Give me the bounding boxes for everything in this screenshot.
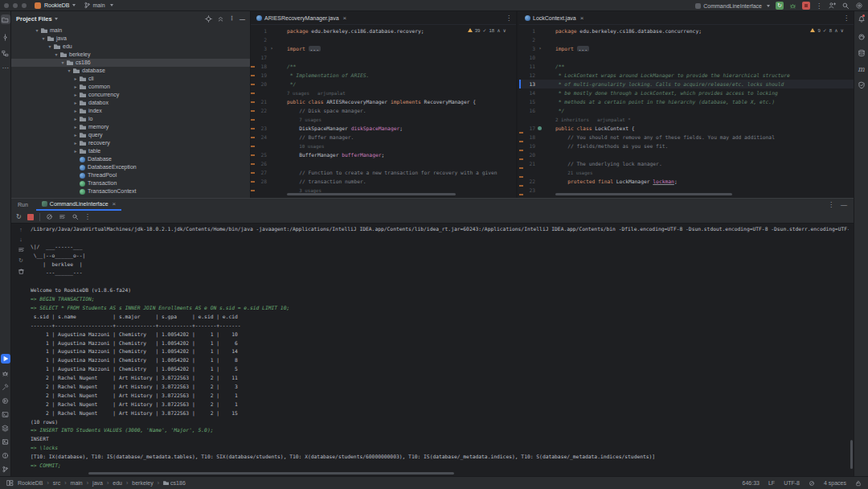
- prev-problem-icon[interactable]: ∧: [497, 27, 500, 33]
- inlay-line[interactable]: 10 usages: [251, 142, 516, 150]
- code-line[interactable]: 22 // Disk space manager.: [251, 106, 516, 115]
- code-line[interactable]: 17: [251, 53, 516, 62]
- inlay-line[interactable]: 7 usagesarjunpalat: [251, 88, 516, 97]
- chevron-icon[interactable]: ▾: [34, 27, 40, 35]
- line-separator[interactable]: LF: [768, 480, 775, 486]
- code-with-me-icon[interactable]: [828, 2, 836, 10]
- tree-item-index[interactable]: ▸index: [11, 107, 250, 115]
- chevron-icon[interactable]: ▸: [72, 83, 79, 91]
- tree-item-database[interactable]: ▾database: [11, 67, 250, 75]
- run-tab-commandlineinterface[interactable]: CommandLineInterface ×: [36, 199, 121, 211]
- gradle-toolwindow-button[interactable]: [857, 32, 866, 42]
- error-stripe[interactable]: [519, 132, 523, 198]
- layout-settings-icon[interactable]: [6, 479, 14, 487]
- code-line[interactable]: 19 * Implementation of ARIES.: [251, 71, 516, 80]
- code-line[interactable]: 20: [519, 150, 854, 159]
- caret-position[interactable]: 646:33: [743, 480, 760, 486]
- database-toolwindow-button[interactable]: [1, 423, 10, 433]
- tree-item-transactioncontext[interactable]: TransactionContext: [11, 187, 250, 195]
- code-line[interactable]: 23 DiskSpaceManager diskSpaceManager;: [251, 124, 516, 133]
- code-line[interactable]: 21 // The underlying lock manager.: [519, 159, 854, 168]
- soft-wrap-icon[interactable]: [18, 246, 25, 253]
- error-stripe[interactable]: [251, 66, 255, 198]
- tree-item-database[interactable]: Database: [11, 155, 250, 163]
- code-line[interactable]: 1package edu.berkeley.cs186.database.con…: [519, 27, 854, 35]
- chevron-icon[interactable]: ▸: [72, 99, 79, 107]
- tree-item-cli[interactable]: ▸cli: [11, 75, 250, 83]
- prev-problem-icon[interactable]: ∧: [834, 27, 837, 33]
- terminal-toolwindow-button[interactable]: [1, 409, 10, 419]
- code-line[interactable]: 10: [519, 53, 854, 62]
- editor-code-1[interactable]: 1package edu.berkeley.cs186.database.rec…: [251, 25, 516, 198]
- tree-item-table[interactable]: ▸table: [11, 147, 250, 155]
- indent-setting[interactable]: 4 spaces: [824, 480, 846, 486]
- structure-toolwindow-button[interactable]: [1, 48, 10, 58]
- horizontal-scrollbar[interactable]: [287, 193, 456, 195]
- code-line[interactable]: 3›import ...: [251, 44, 516, 53]
- chevron-icon[interactable]: ▾: [53, 51, 59, 59]
- inlay-line[interactable]: 21 usages: [519, 168, 854, 177]
- collapse-all-icon[interactable]: [217, 15, 224, 23]
- breadcrumb-item[interactable]: main: [71, 480, 83, 486]
- readonly-lock-icon[interactable]: [855, 480, 862, 487]
- more-actions-icon[interactable]: ⋮: [816, 2, 822, 10]
- tab-options-icon[interactable]: ⋮: [843, 14, 850, 22]
- code-line[interactable]: 13 * of multi-granularity locking. Calls…: [519, 80, 854, 88]
- clear-output-icon[interactable]: [46, 213, 53, 220]
- more-toolwindows-icon[interactable]: ⋯: [1, 63, 10, 72]
- code-line[interactable]: 24 // Buffer manager.: [251, 133, 516, 142]
- chevron-icon[interactable]: ▸: [72, 139, 79, 147]
- locate-file-icon[interactable]: [205, 15, 212, 23]
- console-output[interactable]: /Library/Java/JavaVirtualMachines/jdk-18…: [31, 225, 849, 470]
- maven-toolwindow-button[interactable]: m: [857, 64, 866, 74]
- code-line[interactable]: 28 // transaction number.: [251, 177, 516, 186]
- tab-ariesrecoverymanager[interactable]: ARIESRecoveryManager.java ×: [251, 11, 352, 24]
- code-line[interactable]: 2: [251, 35, 516, 44]
- close-icon[interactable]: ×: [580, 14, 584, 22]
- debug-icon[interactable]: [789, 2, 796, 10]
- breadcrumb-item[interactable]: edu: [113, 480, 122, 486]
- tree-item-threadpool[interactable]: ThreadPool: [11, 171, 250, 179]
- tree-item-edu[interactable]: ▾edu: [11, 43, 250, 51]
- dependencies-button[interactable]: [857, 80, 866, 90]
- coverage-toolwindow-button[interactable]: [1, 437, 10, 446]
- code-line[interactable]: 22 protected final LockManager lockman;: [519, 177, 854, 186]
- next-problem-icon[interactable]: ∨: [841, 27, 844, 33]
- build-toolwindow-button[interactable]: [1, 382, 10, 392]
- code-line[interactable]: 27 // Function to create a new transacti…: [251, 168, 516, 177]
- tree-item-common[interactable]: ▸common: [11, 83, 250, 91]
- chevron-icon[interactable]: ▸: [72, 75, 79, 83]
- breadcrumb-item[interactable]: berkeley: [132, 480, 153, 486]
- chevron-icon[interactable]: ▾: [66, 67, 72, 75]
- chevron-icon[interactable]: ▾: [59, 59, 66, 67]
- code-line[interactable]: 18/**: [251, 62, 516, 71]
- rerun-highlight-icon[interactable]: ↻: [18, 257, 23, 264]
- code-line[interactable]: 17public class LockContext {: [519, 124, 854, 133]
- code-line[interactable]: 14 * be mostly done through a LockContex…: [519, 88, 854, 97]
- highlighting-level-icon[interactable]: [809, 480, 815, 487]
- tab-lockcontext[interactable]: LockContext.java ×: [519, 11, 589, 24]
- file-encoding[interactable]: UTF-8: [784, 480, 800, 486]
- project-panel-title[interactable]: Project Files: [16, 15, 52, 23]
- chevron-icon[interactable]: ▸: [72, 123, 79, 131]
- project-selector[interactable]: RookieDB: [44, 2, 70, 8]
- code-line[interactable]: 26: [251, 159, 516, 168]
- code-line[interactable]: 25 BufferManager bufferManager;: [251, 150, 516, 159]
- inspections-widget[interactable]: 9 ✓ 8 ∧ ∨: [810, 27, 844, 33]
- rerun-icon[interactable]: ↻: [16, 213, 22, 220]
- fold-icon[interactable]: ›: [267, 44, 276, 53]
- close-icon[interactable]: ×: [113, 200, 117, 208]
- tree-item-cs186[interactable]: ▾cs186: [11, 59, 250, 67]
- code-line[interactable]: 16 */: [519, 106, 854, 115]
- services-toolwindow-button[interactable]: [1, 396, 10, 405]
- rerun-button[interactable]: ↻: [776, 2, 784, 10]
- hide-panel-icon[interactable]: —: [841, 201, 847, 208]
- tab-options-icon[interactable]: ⋮: [506, 14, 512, 22]
- notifications-button[interactable]: [857, 14, 866, 24]
- console-horizontal-scrollbar[interactable]: [88, 472, 454, 475]
- scroll-to-end-icon[interactable]: ↓: [19, 236, 23, 242]
- database-panel-button[interactable]: [857, 48, 866, 58]
- console-vertical-scrollbar[interactable]: [850, 440, 853, 469]
- tree-item-transaction[interactable]: Transaction: [11, 179, 250, 187]
- tree-item-memory[interactable]: ▸memory: [11, 123, 250, 131]
